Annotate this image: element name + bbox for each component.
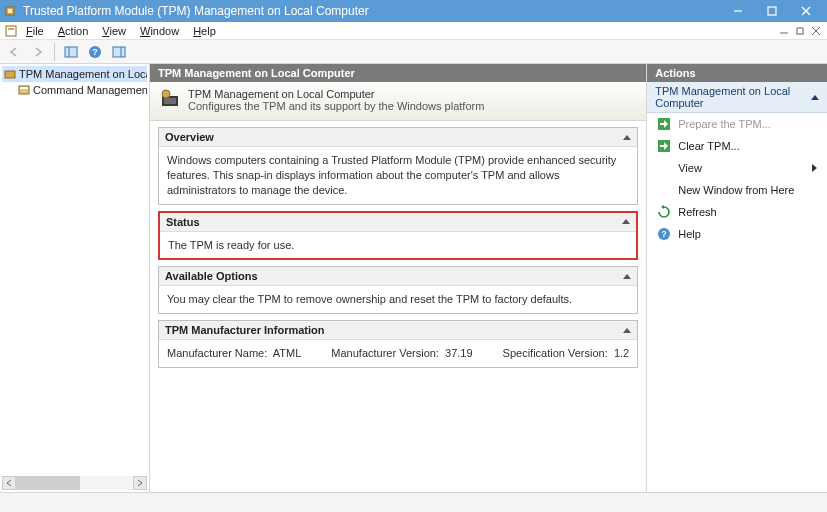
tree-child-node[interactable]: Command Management xyxy=(2,82,147,98)
command-mgmt-icon xyxy=(18,83,30,97)
menu-view[interactable]: View xyxy=(96,24,132,38)
window-title: Trusted Platform Module (TPM) Management… xyxy=(23,4,721,18)
tree-horizontal-scrollbar[interactable] xyxy=(2,476,147,490)
tpm-app-icon xyxy=(4,4,18,18)
collapse-icon xyxy=(623,274,631,279)
workspace: TPM Management on Local Compu Command Ma… xyxy=(0,64,827,492)
status-body: The TPM is ready for use. xyxy=(160,232,636,259)
collapse-icon xyxy=(623,328,631,333)
svg-text:?: ? xyxy=(661,229,667,239)
description-line2: Configures the TPM and its support by th… xyxy=(188,100,484,112)
prepare-icon xyxy=(657,117,671,131)
actions-subtitle-label: TPM Management on Local Computer xyxy=(655,85,811,109)
manufacturer-header[interactable]: TPM Manufacturer Information xyxy=(159,321,637,340)
mmc-doc-icon xyxy=(4,24,18,38)
tree-pane: TPM Management on Local Compu Command Ma… xyxy=(0,64,150,492)
actions-pane: Actions TPM Management on Local Computer… xyxy=(646,64,827,492)
action-clear-label: Clear TPM... xyxy=(678,140,740,152)
status-header[interactable]: Status xyxy=(160,213,636,232)
forward-button[interactable] xyxy=(28,42,48,62)
menu-help-label: elp xyxy=(201,25,216,37)
action-new-window[interactable]: New Window from Here xyxy=(647,179,827,201)
menu-action-label: ction xyxy=(65,25,88,37)
help-button[interactable]: ? xyxy=(85,42,105,62)
menu-window[interactable]: Window xyxy=(134,24,185,38)
statusbar xyxy=(0,492,827,512)
mfg-version: Manufacturer Version: 37.19 xyxy=(331,346,472,361)
maximize-button[interactable] xyxy=(755,0,789,22)
menu-action[interactable]: Action xyxy=(52,24,95,38)
manufacturer-section: TPM Manufacturer Information Manufacture… xyxy=(158,320,638,368)
action-help[interactable]: ? Help xyxy=(647,223,827,245)
tree-root-node[interactable]: TPM Management on Local Compu xyxy=(2,66,147,82)
description-bar: TPM Management on Local Computer Configu… xyxy=(150,82,646,121)
overview-title: Overview xyxy=(165,131,214,143)
show-hide-tree-button[interactable] xyxy=(61,42,81,62)
tree-child-label: Command Management xyxy=(33,84,147,96)
toolbar: ? xyxy=(0,40,827,64)
manufacturer-title: TPM Manufacturer Information xyxy=(165,324,325,336)
help-icon: ? xyxy=(657,227,671,241)
action-clear-tpm[interactable]: Clear TPM... xyxy=(647,135,827,157)
scroll-left-button[interactable] xyxy=(2,476,16,490)
tpm-large-icon xyxy=(158,88,182,112)
window-controls xyxy=(721,0,823,22)
blank-icon xyxy=(657,183,671,197)
status-title: Status xyxy=(166,216,200,228)
scroll-thumb[interactable] xyxy=(16,476,80,490)
tpm-node-icon xyxy=(4,67,16,81)
mdi-close-button[interactable] xyxy=(809,24,823,38)
mdi-restore-button[interactable] xyxy=(793,24,807,38)
submenu-arrow-icon xyxy=(812,164,817,172)
status-section: Status The TPM is ready for use. xyxy=(158,211,638,261)
menu-help[interactable]: Help xyxy=(187,24,222,38)
overview-body: Windows computers containing a Trusted P… xyxy=(159,147,637,204)
mdi-controls xyxy=(777,24,823,38)
menu-window-label: indow xyxy=(150,25,179,37)
description-line1: TPM Management on Local Computer xyxy=(188,88,484,100)
close-button[interactable] xyxy=(789,0,823,22)
action-prepare-tpm: Prepare the TPM... xyxy=(647,113,827,135)
actions-title: Actions xyxy=(647,64,827,82)
tree-root-label: TPM Management on Local Compu xyxy=(19,68,147,80)
toolbar-separator xyxy=(54,43,55,61)
mfg-spec: Specification Version: 1.2 xyxy=(503,346,630,361)
options-body: You may clear the TPM to remove ownershi… xyxy=(159,286,637,313)
svg-rect-9 xyxy=(797,28,803,34)
options-section: Available Options You may clear the TPM … xyxy=(158,266,638,314)
overview-section: Overview Windows computers containing a … xyxy=(158,127,638,205)
menu-file-label: ile xyxy=(33,25,44,37)
options-title: Available Options xyxy=(165,270,258,282)
refresh-icon xyxy=(657,205,671,219)
svg-rect-6 xyxy=(6,26,16,36)
collapse-icon xyxy=(623,135,631,140)
svg-rect-22 xyxy=(164,98,176,104)
overview-header[interactable]: Overview xyxy=(159,128,637,147)
minimize-button[interactable] xyxy=(721,0,755,22)
action-view-label: View xyxy=(678,162,702,174)
clear-icon xyxy=(657,139,671,153)
options-header[interactable]: Available Options xyxy=(159,267,637,286)
action-prepare-label: Prepare the TPM... xyxy=(678,118,771,130)
svg-rect-12 xyxy=(65,47,77,57)
titlebar: Trusted Platform Module (TPM) Management… xyxy=(0,0,827,22)
mfg-name: Manufacturer Name: ATML xyxy=(167,346,301,361)
action-new-window-label: New Window from Here xyxy=(678,184,794,196)
menubar: File Action View Window Help xyxy=(0,22,827,40)
svg-rect-16 xyxy=(113,47,125,57)
back-button[interactable] xyxy=(4,42,24,62)
show-hide-action-pane-button[interactable] xyxy=(109,42,129,62)
svg-rect-20 xyxy=(20,87,28,89)
svg-text:?: ? xyxy=(92,47,98,57)
action-refresh[interactable]: Refresh xyxy=(647,201,827,223)
scroll-right-button[interactable] xyxy=(133,476,147,490)
action-refresh-label: Refresh xyxy=(678,206,717,218)
collapse-icon xyxy=(622,219,630,224)
actions-subtitle[interactable]: TPM Management on Local Computer xyxy=(647,82,827,113)
mdi-minimize-button[interactable] xyxy=(777,24,791,38)
scroll-track[interactable] xyxy=(16,476,133,490)
sections-container: Overview Windows computers containing a … xyxy=(150,121,646,374)
menu-file[interactable]: File xyxy=(20,24,50,38)
action-view[interactable]: View xyxy=(647,157,827,179)
svg-point-23 xyxy=(162,90,170,98)
